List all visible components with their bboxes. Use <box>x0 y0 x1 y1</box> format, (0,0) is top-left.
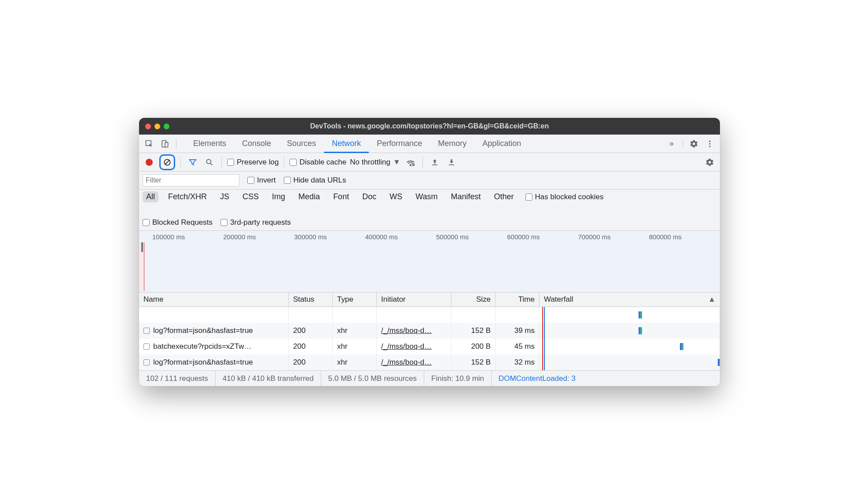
network-toolbar: Preserve log Disable cache No throttling… <box>139 153 720 172</box>
column-name[interactable]: Name <box>139 292 289 307</box>
disable-cache-checkbox[interactable]: Disable cache <box>290 158 346 167</box>
tab-application[interactable]: Application <box>474 135 529 153</box>
column-size[interactable]: Size <box>452 292 496 307</box>
inspect-element-icon[interactable] <box>143 137 156 150</box>
throttling-select[interactable]: No throttling ▼ <box>350 158 400 167</box>
column-status[interactable]: Status <box>289 292 333 307</box>
divider <box>284 157 284 168</box>
type-chip-js[interactable]: JS <box>217 191 233 202</box>
network-settings-gear-icon[interactable] <box>703 156 716 169</box>
request-initiator[interactable]: /_/mss/boq-d… <box>381 326 432 335</box>
status-dcl: DOMContentLoaded: 3 <box>492 371 583 386</box>
settings-gear-icon[interactable] <box>687 137 701 150</box>
filter-input[interactable] <box>143 174 239 186</box>
throttling-value: No throttling <box>350 158 390 167</box>
panel-tabs: ElementsConsoleSourcesNetworkPerformance… <box>185 135 662 153</box>
upload-har-icon[interactable] <box>428 156 441 169</box>
table-row[interactable]: log?format=json&hasfast=true200xhr/_/mss… <box>139 323 720 339</box>
more-tabs-button[interactable]: » <box>665 137 678 150</box>
request-status: 200 <box>289 339 333 354</box>
status-requests: 102 / 111 requests <box>139 371 216 386</box>
tab-elements[interactable]: Elements <box>185 135 234 153</box>
status-bar: 102 / 111 requests 410 kB / 410 kB trans… <box>139 370 720 386</box>
timeline-body <box>139 242 720 291</box>
timeline-start-marker <box>139 242 144 291</box>
has-blocked-cookies-label: Has blocked cookies <box>535 193 604 201</box>
close-window-button[interactable] <box>145 124 151 129</box>
device-toolbar-icon[interactable] <box>158 137 172 150</box>
column-waterfall[interactable]: Waterfall▲ <box>540 292 720 307</box>
blocked-requests-label: Blocked Requests <box>152 218 213 227</box>
request-initiator[interactable]: /_/mss/boq-d… <box>381 358 432 367</box>
request-type: xhr <box>333 354 377 370</box>
type-chip-all[interactable]: All <box>143 191 158 202</box>
third-party-checkbox[interactable]: 3rd-party requests <box>220 218 291 227</box>
preserve-log-label: Preserve log <box>237 158 279 167</box>
blocked-requests-checkbox[interactable]: Blocked Requests <box>143 218 213 227</box>
third-party-label: 3rd-party requests <box>230 218 291 227</box>
timeline-tick: 500000 ms <box>436 233 507 241</box>
type-chip-wasm[interactable]: Wasm <box>412 191 441 202</box>
type-chip-font[interactable]: Font <box>330 191 352 202</box>
type-chip-css[interactable]: CSS <box>239 191 262 202</box>
table-row-empty <box>139 307 720 323</box>
type-chip-doc[interactable]: Doc <box>359 191 380 202</box>
divider <box>683 139 683 149</box>
tab-performance[interactable]: Performance <box>369 135 430 153</box>
column-initiator[interactable]: Initiator <box>377 292 452 307</box>
type-chip-media[interactable]: Media <box>295 191 323 202</box>
tabs-overflow-area: » <box>665 137 716 150</box>
filter-toggle-icon[interactable] <box>186 156 199 169</box>
window-title: DevTools - news.google.com/topstories?hl… <box>139 122 720 130</box>
timeline-tick: 600000 ms <box>507 233 578 241</box>
divider <box>422 157 423 168</box>
filter-bar-row1: Invert Hide data URLs <box>139 172 720 190</box>
invert-checkbox[interactable]: Invert <box>247 176 276 185</box>
request-name: log?format=json&hasfast=true <box>153 358 253 367</box>
request-initiator[interactable]: /_/mss/boq-d… <box>381 342 432 351</box>
timeline-ticks: 100000 ms200000 ms300000 ms400000 ms5000… <box>139 231 720 242</box>
kebab-menu-icon[interactable] <box>703 137 716 150</box>
clear-log-button[interactable] <box>159 154 175 170</box>
search-icon[interactable] <box>203 156 216 169</box>
download-har-icon[interactable] <box>445 156 458 169</box>
type-chip-other[interactable]: Other <box>491 191 518 202</box>
request-status: 200 <box>289 323 333 339</box>
has-blocked-cookies-checkbox[interactable]: Has blocked cookies <box>525 193 604 201</box>
tab-console[interactable]: Console <box>234 135 279 153</box>
type-chip-ws[interactable]: WS <box>386 191 406 202</box>
record-button[interactable] <box>143 156 156 169</box>
network-conditions-icon[interactable] <box>404 156 417 169</box>
minimize-window-button[interactable] <box>154 124 160 129</box>
preserve-log-checkbox[interactable]: Preserve log <box>227 158 279 167</box>
timeline-tick: 100000 ms <box>152 233 223 241</box>
tab-sources[interactable]: Sources <box>279 135 324 153</box>
sort-indicator-icon: ▲ <box>708 295 716 304</box>
column-type[interactable]: Type <box>333 292 377 307</box>
window-titlebar: DevTools - news.google.com/topstories?hl… <box>139 118 720 135</box>
svg-point-5 <box>709 146 710 147</box>
maximize-window-button[interactable] <box>164 124 169 129</box>
hide-data-urls-label: Hide data URLs <box>294 176 346 185</box>
table-row[interactable]: log?format=json&hasfast=true200xhr/_/mss… <box>139 354 720 370</box>
type-chip-img[interactable]: Img <box>268 191 289 202</box>
divider <box>176 139 176 149</box>
column-time[interactable]: Time <box>496 292 540 307</box>
chevron-down-icon: ▼ <box>393 158 400 167</box>
filter-bar-row2: AllFetch/XHRJSCSSImgMediaFontDocWSWasmMa… <box>139 190 720 231</box>
type-chip-manifest[interactable]: Manifest <box>448 191 485 202</box>
table-row[interactable]: batchexecute?rpcids=xZTw…200xhr/_/mss/bo… <box>139 339 720 354</box>
hide-data-urls-checkbox[interactable]: Hide data URLs <box>284 176 346 185</box>
timeline-overview[interactable]: 100000 ms200000 ms300000 ms400000 ms5000… <box>139 231 720 292</box>
file-icon <box>143 359 150 365</box>
tab-memory[interactable]: Memory <box>430 135 474 153</box>
status-finish: Finish: 10.9 min <box>424 371 492 386</box>
request-type-chips: AllFetch/XHRJSCSSImgMediaFontDocWSWasmMa… <box>143 191 518 202</box>
tab-network[interactable]: Network <box>324 135 369 153</box>
request-name: batchexecute?rpcids=xZTw… <box>153 342 251 351</box>
svg-rect-2 <box>165 142 168 147</box>
svg-rect-13 <box>449 164 454 165</box>
request-time: 39 ms <box>496 323 540 339</box>
type-chip-fetchxhr[interactable]: Fetch/XHR <box>165 191 210 202</box>
invert-label: Invert <box>257 176 276 185</box>
